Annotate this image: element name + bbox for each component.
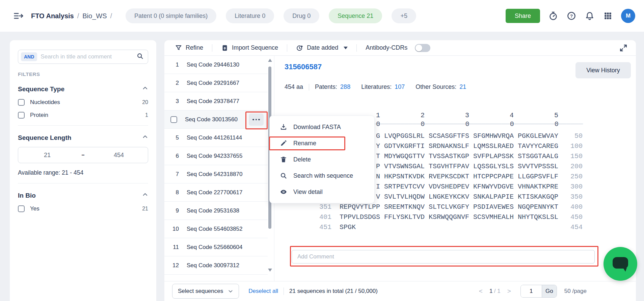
- literatures-count-link[interactable]: 107: [395, 83, 405, 91]
- fullscreen-expand-icon[interactable]: [619, 44, 628, 54]
- view-history-button[interactable]: View History: [575, 62, 631, 78]
- row-number: 5: [170, 134, 179, 141]
- tab-patent[interactable]: Patent 0 (0 simple families): [126, 8, 216, 23]
- top-header: FTO Analysis / Bio_WS / Patent 0 (0 simp…: [0, 0, 644, 32]
- scrollbar-up-arrow[interactable]: [268, 59, 272, 62]
- menu-item-rename[interactable]: Rename: [270, 135, 374, 151]
- list-item[interactable]: 5Seq Code 441261144: [164, 129, 268, 147]
- row-checkbox[interactable]: [170, 116, 177, 123]
- range-min-input[interactable]: 21: [18, 152, 76, 159]
- available-range-hint: Available range: 21 - 454: [18, 169, 148, 176]
- stopwatch-icon[interactable]: [548, 11, 558, 21]
- sequence-row: 451SPGK454: [319, 222, 583, 232]
- row-number: 10: [170, 226, 179, 232]
- list-item[interactable]: Seq Code 30013560: [164, 110, 268, 129]
- page-input[interactable]: [521, 285, 542, 297]
- sequence-id-title[interactable]: 315606587: [285, 62, 322, 71]
- apps-grid-icon[interactable]: [603, 11, 613, 21]
- row-number: 3: [170, 98, 179, 105]
- search-box: AND: [18, 50, 148, 64]
- option-count: 1: [145, 112, 148, 118]
- row-title: Seq Code 30097312: [187, 262, 239, 269]
- search-icon[interactable]: [136, 52, 144, 61]
- chevron-up-icon[interactable]: [142, 85, 148, 93]
- trash-icon: [280, 156, 287, 163]
- share-button[interactable]: Share: [506, 9, 540, 23]
- search-input[interactable]: [41, 53, 133, 60]
- breadcrumb-root[interactable]: FTO Analysis: [31, 12, 74, 20]
- chat-bubble-icon: [613, 257, 628, 269]
- nucleotides-checkbox[interactable]: [18, 99, 25, 106]
- row-title: Seq Code 30013560: [185, 116, 238, 123]
- list-item[interactable]: 1Seq Code 29446130: [164, 56, 268, 74]
- antibody-cdrs-control: Antibody-CDRs: [366, 44, 430, 52]
- row-title: Seq Code 29291667: [187, 80, 239, 86]
- row-number: 11: [170, 244, 179, 251]
- list-item[interactable]: 8Seq Code 227700617: [164, 183, 268, 202]
- tab-sequence[interactable]: Sequence 21: [329, 8, 382, 23]
- next-page-arrow[interactable]: >: [506, 287, 512, 295]
- antibody-cdrs-toggle[interactable]: [415, 44, 430, 52]
- eye-icon: [280, 188, 287, 196]
- tab-drug[interactable]: Drug 0: [284, 8, 319, 23]
- option-count: 20: [142, 99, 148, 105]
- list-item[interactable]: 6Seq Code 942337655: [164, 147, 268, 165]
- menu-item-search-with-sequence[interactable]: Search with sequence: [270, 168, 374, 184]
- sequence-panel: Refine Import Sequence Date added Antibo…: [164, 40, 636, 301]
- tab-more[interactable]: +5: [392, 8, 416, 23]
- chat-widget-button[interactable]: [603, 247, 637, 281]
- row-title: Seq Code 29446130: [187, 61, 239, 68]
- option-count: 21: [142, 206, 148, 212]
- patents-count-link[interactable]: 288: [340, 83, 350, 91]
- range-max-input[interactable]: 454: [90, 152, 148, 159]
- add-comment-input[interactable]: [292, 250, 595, 264]
- menu-item-delete[interactable]: Delete: [270, 151, 374, 168]
- row-number: 12: [170, 262, 179, 269]
- in-bio-yes-checkbox[interactable]: [18, 205, 25, 212]
- deselect-all-link[interactable]: Deselect all: [248, 288, 278, 295]
- tab-literature[interactable]: Literature 0: [226, 8, 274, 23]
- list-item[interactable]: 3Seq Code 29378477: [164, 92, 268, 110]
- section-divider: [18, 125, 148, 126]
- row-number: 9: [170, 207, 179, 214]
- download-icon: [280, 123, 287, 131]
- menu-unfold-icon[interactable]: [14, 11, 24, 21]
- section-in-bio: In Bio: [18, 192, 148, 199]
- list-item[interactable]: 7Seq Code 542318870: [164, 165, 268, 183]
- list-item[interactable]: 2Seq Code 29291667: [164, 74, 268, 92]
- sort-date-added-button[interactable]: Date added: [296, 44, 348, 52]
- caret-down-icon: [344, 47, 348, 49]
- protein-checkbox[interactable]: [18, 112, 25, 119]
- row-more-button[interactable]: [249, 114, 264, 126]
- row-number: 6: [170, 153, 179, 159]
- chevron-down-icon: [228, 289, 233, 294]
- row-title: Seq Code 525660604: [187, 244, 242, 251]
- row-number: 2: [170, 80, 179, 86]
- row-title: Seq Code 29531638: [187, 207, 239, 214]
- notifications-bell-icon[interactable]: [585, 11, 595, 21]
- row-title: Seq Code 227700617: [187, 189, 242, 196]
- go-button[interactable]: Go: [542, 285, 557, 297]
- user-avatar[interactable]: M: [621, 9, 635, 23]
- section-sequence-type: Sequence Type: [18, 85, 148, 93]
- help-icon[interactable]: ?: [566, 11, 576, 21]
- scrollbar-down-arrow[interactable]: [268, 269, 272, 272]
- list-item[interactable]: 10Seq Code 554603852: [164, 220, 268, 238]
- select-sequences-dropdown[interactable]: Select sequences: [172, 284, 239, 299]
- menu-item-view-detail[interactable]: View detail: [270, 184, 374, 200]
- refine-button[interactable]: Refine: [175, 44, 203, 52]
- row-number: 8: [170, 189, 179, 196]
- row-title: Seq Code 942337655: [187, 153, 242, 159]
- import-sequence-button[interactable]: Import Sequence: [221, 44, 278, 52]
- menu-item-download-fasta[interactable]: Download FASTA: [270, 119, 374, 135]
- breadcrumb-workspace[interactable]: Bio_WS: [82, 12, 107, 20]
- list-item[interactable]: 9Seq Code 29531638: [164, 202, 268, 220]
- list-item[interactable]: 11Seq Code 525660604: [164, 238, 268, 256]
- list-item[interactable]: 12Seq Code 30097312: [164, 256, 268, 275]
- search-icon: [280, 172, 287, 179]
- search-operator-chip[interactable]: AND: [21, 52, 37, 61]
- chevron-up-icon[interactable]: [142, 192, 148, 199]
- other-sources-count-link[interactable]: 21: [459, 83, 466, 91]
- prev-page-arrow[interactable]: <: [478, 287, 484, 295]
- chevron-up-icon[interactable]: [142, 134, 148, 142]
